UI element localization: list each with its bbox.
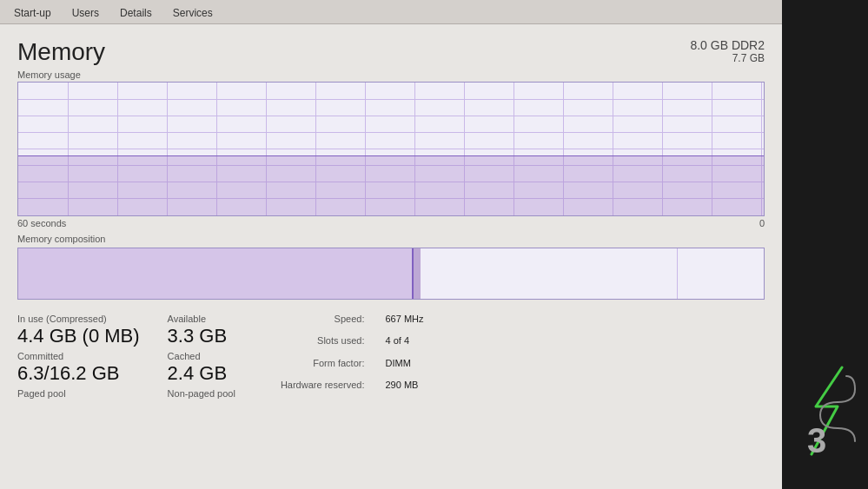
- tab-startup[interactable]: Start-up: [3, 3, 62, 23]
- usage-line: [18, 155, 764, 156]
- cached-label: Cached: [168, 351, 235, 361]
- grid-line-h2: [18, 116, 764, 116]
- time-label: 60 seconds: [17, 218, 66, 228]
- decorative-logo: 3: [794, 359, 864, 463]
- available-label: Available: [168, 314, 235, 324]
- zero-label: 0: [759, 218, 765, 228]
- form-label: Form factor:: [281, 358, 365, 368]
- usage-graph: [17, 82, 765, 216]
- composition-modified: [414, 248, 421, 299]
- memory-max-value: 7.7 GB: [690, 52, 765, 64]
- grid-line-h3: [18, 132, 764, 133]
- nonpaged-pool-label: Non-paged pool: [168, 388, 235, 399]
- cached-value: 2.4 GB: [168, 362, 235, 385]
- slots-label: Slots used:: [281, 335, 365, 346]
- composition-inuse: [18, 248, 414, 299]
- composition-label: Memory composition: [17, 234, 765, 244]
- content-area: Memory 8.0 GB DDR2 7.7 GB Memory usage: [0, 24, 782, 489]
- main-panel: Start-up Users Details Services Memory 8…: [0, 0, 782, 489]
- composition-bar: [17, 248, 765, 300]
- hw-value: 290 MB: [385, 380, 423, 390]
- composition-free: [677, 248, 764, 299]
- right-panel: 3: [782, 0, 868, 489]
- committed-label: Committed: [17, 351, 140, 361]
- header-row: Memory 8.0 GB DDR2 7.7 GB: [17, 38, 765, 66]
- paged-pool-label: Paged pool: [17, 388, 140, 399]
- stats-section: In use (Compressed) 4.4 GB (0 MB) Commit…: [17, 314, 765, 400]
- available-value: 3.3 GB: [168, 325, 235, 347]
- page-title: Memory: [17, 38, 105, 66]
- memory-spec-group: 8.0 GB DDR2 7.7 GB: [690, 38, 765, 64]
- hw-label: Hardware reserved:: [281, 380, 365, 390]
- speed-value: 667 MHz: [385, 314, 423, 324]
- inuse-label: In use (Compressed): [17, 314, 140, 324]
- grid-line-h1: [18, 99, 764, 100]
- composition-standby: [421, 248, 677, 299]
- inuse-group: In use (Compressed) 4.4 GB (0 MB) Commit…: [17, 314, 140, 400]
- form-value: DIMM: [385, 358, 423, 368]
- usage-label: Memory usage: [17, 69, 765, 80]
- time-zero-row: 60 seconds 0: [17, 218, 765, 228]
- committed-value: 6.3/16.2 GB: [17, 362, 140, 385]
- usage-fill: [18, 156, 764, 215]
- svg-text:3: 3: [807, 421, 826, 459]
- tab-details[interactable]: Details: [109, 3, 162, 23]
- grid-line-h4: [18, 149, 764, 149]
- memory-spec: 8.0 GB DDR2: [690, 38, 765, 52]
- inuse-value: 4.4 GB (0 MB): [17, 325, 140, 347]
- tab-bar: Start-up Users Details Services: [0, 0, 782, 24]
- speed-label: Speed:: [281, 314, 365, 324]
- right-stats-grid: Speed: 667 MHz Slots used: 4 of 4 Form f…: [281, 314, 424, 400]
- available-group: Available 3.3 GB Cached 2.4 GB Non-paged…: [168, 314, 235, 400]
- tab-users[interactable]: Users: [62, 3, 109, 23]
- tab-services[interactable]: Services: [162, 3, 223, 23]
- slots-value: 4 of 4: [385, 335, 423, 346]
